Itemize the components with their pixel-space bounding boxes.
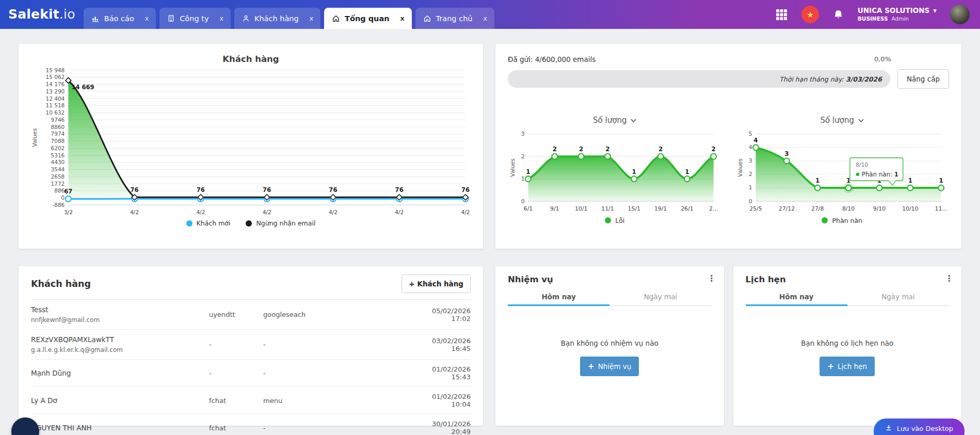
customer-name: Ly A Dơ: [31, 396, 57, 405]
tab-close-icon[interactable]: x: [219, 14, 223, 22]
data-point[interactable]: [658, 154, 664, 159]
nav-tab[interactable]: Công ty x: [159, 8, 231, 29]
tab-close-icon[interactable]: x: [310, 14, 313, 22]
apps-grid-icon[interactable]: [775, 8, 788, 21]
data-point[interactable]: [711, 154, 716, 159]
svg-text:76: 76: [461, 186, 470, 194]
nav-tab[interactable]: Khách hàng x: [234, 8, 320, 29]
data-point[interactable]: [814, 185, 820, 191]
svg-text:2: 2: [658, 146, 663, 153]
data-point[interactable]: [525, 176, 531, 182]
table-row[interactable]: Mạnh Dũng - - 01/02/2026 15:43: [31, 360, 471, 387]
add-appointment-button[interactable]: +Lịch hẹn: [820, 357, 875, 376]
star-icon: ★: [807, 10, 814, 20]
tasks-tab-today[interactable]: Hôm nay: [508, 293, 609, 306]
mini-charts: Số lượng 01236/19/110/111/115/119/126/12…: [508, 116, 949, 224]
svg-text:2658: 2658: [51, 173, 65, 180]
table-row[interactable]: Tesstnnfjkewnf@gmail.com uyendtt googles…: [31, 300, 471, 330]
legend-item[interactable]: Ngừng nhận email: [246, 219, 315, 227]
data-point[interactable]: [938, 185, 944, 191]
svg-text:1: 1: [815, 177, 820, 184]
customer-name: NGUYEN THI ANH: [31, 424, 92, 432]
tab-close-icon[interactable]: x: [400, 14, 405, 22]
kebab-menu-icon[interactable]: ⋮: [708, 273, 716, 283]
plus-icon: +: [827, 362, 834, 371]
svg-text:14 176: 14 176: [45, 81, 65, 87]
svg-text:8/10: 8/10: [842, 205, 854, 212]
tab-icon: [167, 14, 175, 22]
data-point[interactable]: [753, 144, 759, 150]
upgrade-button[interactable]: Nâng cấp: [897, 69, 949, 89]
customers-table-card: Khách hàng +Khách hàng Tesstnnfjkewnf@gm…: [19, 266, 483, 426]
table-row[interactable]: Ly A Dơ fchat menu 01/02/2026 10:04: [31, 387, 471, 414]
svg-text:1: 1: [632, 168, 636, 175]
customers-table-body: Tesstnnfjkewnf@gmail.com uyendtt googles…: [31, 300, 471, 435]
data-point[interactable]: [66, 196, 71, 202]
svg-text:-886: -886: [52, 202, 65, 208]
svg-text:4/2: 4/2: [263, 209, 271, 215]
appointments-tab-today[interactable]: Hôm nay: [746, 293, 847, 306]
svg-text:4/2: 4/2: [196, 209, 205, 215]
data-point[interactable]: [579, 154, 584, 159]
data-point[interactable]: [552, 154, 557, 159]
legend-item[interactable]: Khách mới: [186, 219, 231, 227]
table-row[interactable]: NGUYEN THI ANH fchat - 30/01/2026 20:49: [31, 414, 471, 435]
top-navbar: Salekit.io Báo cáo x Công ty x Khách hàn…: [0, 0, 980, 29]
data-point[interactable]: [631, 176, 637, 182]
legend-label: Khách mới: [197, 219, 231, 227]
legend-item[interactable]: Lỗi: [605, 217, 624, 224]
quota-progress-bar: Thời hạn tháng này: 3/03/2026: [508, 70, 890, 88]
caret-down-icon: ▾: [933, 6, 937, 15]
svg-text:10/10: 10/10: [902, 205, 918, 212]
account-menu[interactable]: UNICA SOLUTIONS▾ BUSINESSAdmin: [858, 6, 937, 23]
customer-channel: -: [209, 369, 263, 377]
tab-close-icon[interactable]: x: [484, 14, 487, 22]
customer-channel: fchat: [209, 424, 263, 432]
tab-close-icon[interactable]: x: [145, 14, 149, 22]
data-point[interactable]: [876, 185, 882, 191]
legend-label: Lỗi: [615, 217, 624, 224]
add-task-button[interactable]: +Nhiệm vụ: [580, 357, 639, 376]
download-icon: [885, 424, 892, 433]
svg-text:3: 3: [521, 131, 525, 137]
brand-suffix: .io: [59, 7, 75, 22]
save-to-desktop-button[interactable]: Lưu vào Desktop: [874, 418, 965, 435]
data-point[interactable]: [783, 158, 789, 164]
customer-channel: fchat: [209, 397, 263, 405]
data-point[interactable]: [684, 176, 690, 182]
tasks-tab-tomorrow[interactable]: Ngày mai: [609, 293, 711, 306]
add-customer-button[interactable]: +Khách hàng: [401, 275, 471, 293]
notifications-bell-icon[interactable]: [832, 9, 844, 21]
data-point[interactable]: [907, 185, 913, 191]
customers-table-title: Khách hàng: [31, 279, 91, 289]
kebab-menu-icon[interactable]: ⋮: [945, 273, 953, 283]
svg-text:2: 2: [579, 146, 583, 153]
chart-svg: 01236/19/110/111/115/119/126/12...Values…: [508, 126, 722, 216]
svg-text:1: 1: [685, 168, 689, 175]
svg-text:15 062: 15 062: [45, 74, 65, 80]
table-row[interactable]: REXzVXBQPAMXLawkTTg.a.ll.e.g.kl.er.k.q@g…: [31, 330, 471, 360]
legend-item[interactable]: Phàn nàn: [822, 217, 862, 224]
svg-text:27/12: 27/12: [778, 205, 794, 212]
nav-tab[interactable]: Tổng quan x: [324, 8, 412, 29]
user-avatar[interactable]: [950, 5, 970, 24]
customer-name: Mạnh Dũng: [31, 369, 71, 377]
svg-text:1: 1: [526, 168, 530, 175]
nav-tab[interactable]: Báo cáo x: [84, 8, 156, 29]
appointments-title: Lịch hẹn: [746, 275, 950, 284]
legend-label: Ngừng nhận email: [256, 219, 315, 227]
brand-logo[interactable]: Salekit.io: [8, 0, 75, 29]
data-point[interactable]: [605, 154, 611, 159]
data-point[interactable]: [845, 185, 851, 191]
appointments-tab-tomorrow[interactable]: Ngày mai: [847, 293, 949, 306]
customer-datetime: 05/02/2026 17:02: [418, 307, 471, 323]
language-flag-icon[interactable]: ★: [801, 6, 819, 23]
errors-chart-metric-dropdown[interactable]: Số lượng: [508, 116, 722, 125]
appointments-tabs: Hôm nay Ngày mai: [746, 293, 950, 306]
complaints-chart-metric-dropdown[interactable]: Số lượng: [735, 116, 950, 125]
svg-text:4: 4: [753, 137, 758, 144]
nav-tab[interactable]: Trang chủ x: [415, 8, 494, 29]
plan-badge: BUSINESS: [858, 15, 888, 22]
quota-percent: 0,0%: [874, 55, 891, 63]
svg-text:1: 1: [521, 175, 525, 182]
